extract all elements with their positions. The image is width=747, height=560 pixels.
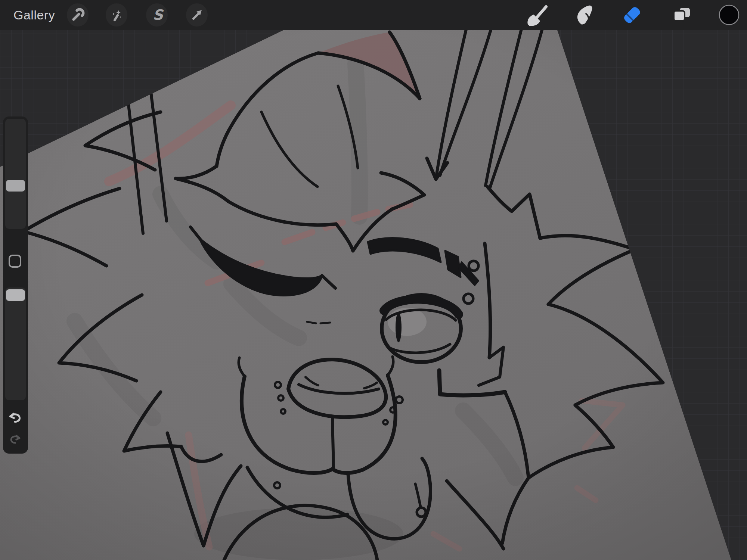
layers-button[interactable] (670, 3, 694, 27)
redo-arrow-icon (9, 433, 21, 445)
actions-button[interactable] (67, 3, 89, 27)
undo-arrow-icon (8, 411, 22, 424)
canvas-viewport[interactable] (0, 0, 747, 560)
erase-tool-button[interactable] (620, 3, 644, 27)
top-toolbar: Gallery S (0, 0, 747, 30)
magic-wand-icon (109, 7, 124, 22)
paint-tool-button[interactable] (525, 3, 549, 27)
smudge-tool-button[interactable] (573, 3, 597, 27)
color-button[interactable] (717, 3, 741, 27)
layers-icon (670, 3, 694, 27)
adjustments-button[interactable] (106, 3, 127, 27)
selection-button[interactable]: S (146, 3, 168, 27)
brush-opacity-slider[interactable] (5, 287, 26, 400)
transform-button[interactable] (186, 3, 208, 27)
color-circle-icon (717, 3, 741, 27)
main-stage (0, 0, 747, 560)
gallery-button[interactable]: Gallery (13, 0, 55, 30)
redo-button[interactable] (9, 433, 21, 445)
brush-opacity-handle[interactable] (6, 289, 25, 301)
selection-s-icon: S (149, 7, 164, 22)
eraser-icon (620, 3, 644, 27)
smudge-finger-icon (573, 3, 597, 27)
transform-arrow-icon (189, 7, 204, 22)
modify-button[interactable] (9, 255, 21, 268)
brush-sidebar (3, 116, 28, 454)
svg-text:S: S (153, 7, 164, 22)
wrench-icon (70, 7, 85, 22)
paintbrush-icon (525, 3, 549, 27)
brush-size-handle[interactable] (6, 180, 25, 192)
undo-button[interactable] (8, 411, 22, 424)
brush-size-slider[interactable] (5, 119, 26, 229)
